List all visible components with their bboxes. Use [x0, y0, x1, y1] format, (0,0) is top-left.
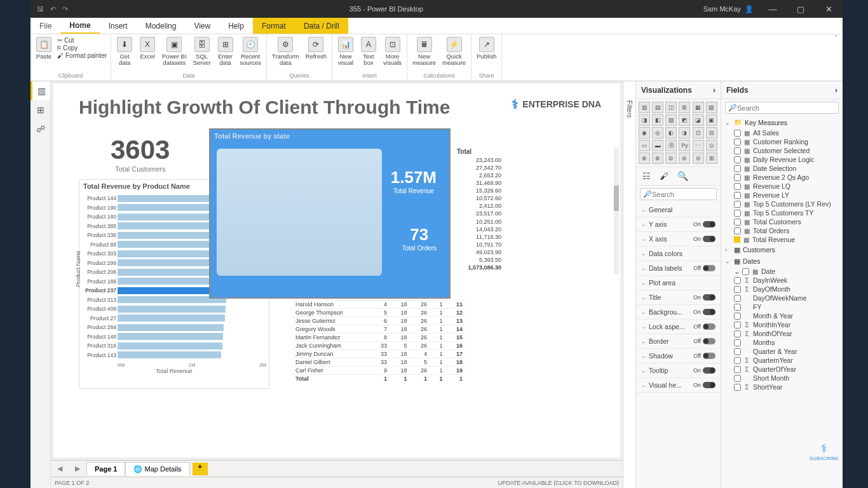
undo-icon[interactable]: ↶ — [50, 5, 56, 13]
page-tab-map-details[interactable]: 🌐 Map Details — [125, 462, 189, 476]
table-row[interactable]: Daniel Gilbert33185118 — [292, 358, 466, 367]
bar-row[interactable]: Product 284 — [118, 323, 266, 332]
field-item[interactable]: ▦Top 5 Customers (LY Rev) — [721, 200, 843, 208]
format-painter-button[interactable]: 🖌 Format painter — [57, 52, 107, 59]
scrollbar[interactable] — [614, 147, 619, 274]
viz-type-button[interactable]: ⊞ — [679, 102, 690, 113]
toggle[interactable]: On — [693, 382, 715, 388]
toggle[interactable]: On — [693, 294, 715, 301]
viz-type-button[interactable]: ▭ — [639, 140, 650, 151]
viz-type-button[interactable]: Ⓡ — [665, 140, 677, 151]
viz-type-button[interactable]: ⊗ — [652, 152, 663, 164]
format-section-x-axis[interactable]: ⌄X axisOn — [636, 232, 721, 247]
field-item[interactable]: Months — [721, 338, 843, 347]
field-item[interactable]: ▦Date Selection — [721, 164, 843, 173]
toggle[interactable]: On — [693, 367, 715, 374]
field-item[interactable]: ▦Total Orders — [721, 226, 843, 235]
analytics-well-button[interactable]: 🔍 — [677, 171, 688, 181]
field-item[interactable]: ΣMonthOfYear — [721, 329, 843, 338]
fields-well-button[interactable]: ☷ — [642, 171, 651, 181]
matrix-visual[interactable]: Harold Hanson41826111George Thompson5182… — [292, 300, 466, 383]
format-search[interactable]: 🔎 — [640, 188, 717, 200]
field-item[interactable]: ΣQuarternYear — [721, 356, 843, 365]
viz-type-button[interactable]: ⊘ — [665, 152, 677, 164]
paste-button[interactable]: 📋Paste — [33, 36, 55, 61]
viz-type-button[interactable]: ⊜ — [679, 152, 690, 164]
table-row[interactable]: Jimmy Duncan33184117 — [292, 350, 466, 358]
field-table-key-measures[interactable]: ⌄📁Key Measures — [721, 116, 843, 128]
viz-type-button[interactable]: Py — [679, 140, 690, 151]
toggle[interactable]: Off — [693, 338, 715, 344]
toggle[interactable]: Off — [693, 265, 715, 271]
menu-modeling[interactable]: Modeling — [137, 18, 186, 34]
field-item[interactable]: Short Month — [721, 374, 843, 383]
table-row[interactable]: Martin Fernandez81826115 — [292, 334, 466, 342]
add-page-button[interactable]: + — [193, 463, 208, 475]
data-view-button[interactable]: ⊞ — [31, 100, 50, 119]
viz-type-button[interactable]: ⋯ — [693, 140, 704, 151]
copy-button[interactable]: ⎘ Copy — [57, 44, 107, 51]
viz-type-button[interactable]: ⊟ — [706, 127, 717, 139]
bar-row[interactable]: Product 143 — [118, 351, 266, 360]
table-row[interactable]: Jesse Gutierrez61826113 — [292, 317, 466, 325]
viz-type-button[interactable]: ▨ — [665, 114, 677, 126]
toggle[interactable]: Off — [693, 323, 715, 330]
update-available-link[interactable]: UPDATE AVAILABLE (CLICK TO DOWNLOAD) — [498, 480, 619, 486]
field-item[interactable]: ▦Revenue LQ — [721, 182, 843, 191]
field-item[interactable]: Month & Year — [721, 311, 843, 320]
pbi-datasets-button[interactable]: ▣Power BI datasets — [159, 36, 189, 68]
filters-pane-collapsed[interactable]: Filters — [623, 81, 635, 488]
viz-type-button[interactable]: ▦ — [693, 102, 704, 113]
field-item[interactable]: ▦Total Revenue — [721, 235, 843, 244]
viz-type-button[interactable]: ▤ — [652, 102, 663, 113]
viz-type-button[interactable]: ▥ — [639, 102, 650, 113]
format-section-data-labels[interactable]: ⌄Data labelsOff — [636, 261, 721, 276]
menu-data-drill[interactable]: Data / Drill — [295, 18, 348, 34]
field-item[interactable]: FY — [721, 302, 843, 311]
viz-type-button[interactable]: ◉ — [639, 127, 650, 139]
kpi-total-customers[interactable]: 3603 Total Customers — [111, 135, 170, 173]
sql-server-button[interactable]: 🗄SQL Server — [191, 36, 214, 68]
field-item[interactable]: ▦Revenue 2 Qs Ago — [721, 173, 843, 182]
format-section-visual-he-[interactable]: ⌄Visual he...On — [636, 378, 721, 393]
menu-help[interactable]: Help — [219, 18, 253, 34]
save-icon[interactable]: 🖫 — [37, 5, 44, 13]
get-data-button[interactable]: ⬇Get data — [114, 36, 135, 68]
cut-button[interactable]: ✂ Cut — [57, 37, 107, 44]
viz-type-button[interactable]: ◐ — [665, 127, 677, 139]
viz-type-button[interactable]: ⊝ — [693, 152, 704, 164]
new-measure-button[interactable]: 🖩New measure — [410, 36, 438, 68]
collapse-ribbon-button[interactable]: ˆ — [830, 34, 843, 81]
minimize-button[interactable]: — — [759, 4, 787, 14]
field-item[interactable]: ▦Revenue LY — [721, 191, 843, 200]
table-row[interactable]: George Thompson51826112 — [292, 309, 466, 317]
viz-type-button[interactable]: ◧ — [652, 114, 663, 126]
maximize-button[interactable]: ▢ — [787, 4, 815, 14]
toggle[interactable]: Off — [693, 353, 715, 359]
field-item[interactable]: ▦All Sales — [721, 128, 843, 137]
menu-home[interactable]: Home — [60, 18, 99, 34]
field-item[interactable]: ▦Customer Selected — [721, 146, 843, 155]
field-item[interactable]: ▦Daily Revenue Logic — [721, 155, 843, 164]
bar-row[interactable]: Product 408 — [118, 304, 266, 314]
report-canvas[interactable]: Highlight Growth Of Client Through Time … — [53, 84, 620, 458]
viz-type-button[interactable]: ▬ — [652, 140, 663, 151]
field-item[interactable]: ΣShortYear — [721, 383, 843, 391]
format-section-border[interactable]: ⌄BorderOff — [636, 334, 721, 349]
toggle[interactable]: On — [693, 309, 715, 315]
field-item[interactable]: ▦Customer Ranking — [721, 137, 843, 146]
format-section-shadow[interactable]: ⌄ShadowOff — [636, 349, 721, 363]
close-button[interactable]: ✕ — [815, 4, 843, 14]
model-view-button[interactable]: ☍ — [31, 119, 50, 139]
field-item[interactable]: ▦Total Customers — [721, 217, 843, 226]
format-section-tooltip[interactable]: ⌄TooltipOn — [636, 363, 721, 378]
field-item[interactable]: DayOfWeekName — [721, 294, 843, 302]
field-table-dates[interactable]: ⌄▦Dates — [721, 255, 843, 267]
field-item[interactable]: ΣDayInWeek — [721, 276, 843, 285]
viz-type-button[interactable]: ◎ — [652, 127, 663, 139]
format-section-lock-aspe-[interactable]: ⌄Lock aspe...Off — [636, 320, 721, 334]
menu-insert[interactable]: Insert — [100, 18, 137, 34]
format-section-plot-area[interactable]: ⌄Plot area — [636, 276, 721, 290]
bar-row[interactable]: Product 316 — [118, 341, 266, 351]
bar-row[interactable]: Product 148 — [118, 332, 266, 342]
